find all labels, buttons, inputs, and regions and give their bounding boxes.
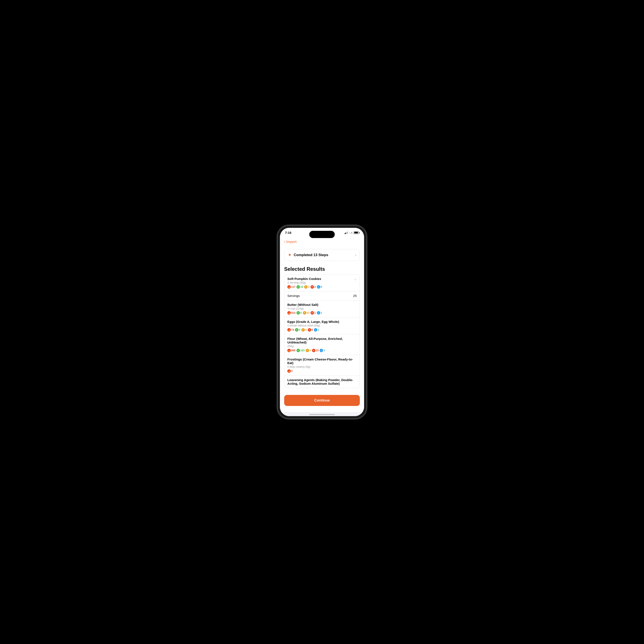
fat-icon: F [301, 328, 305, 332]
fat-icon: F [304, 285, 308, 289]
banner-left: ✦ Completed 13 Steps [288, 252, 328, 258]
result-item-butter[interactable]: Butter (Without Salt) ½ cup (114g) 🔥 814… [284, 300, 360, 317]
badge-protein: P 1 [311, 311, 316, 315]
carb-icon: C [296, 349, 300, 352]
badge-cal: 🔥 895 [287, 349, 295, 352]
status-time: 7:16 [285, 231, 291, 234]
carb-icon: C [295, 328, 298, 332]
butter-nutrition: 🔥 814 C 0 F 92 P 1 [287, 311, 357, 315]
section-title: Selected Results [280, 264, 364, 274]
badge-carb: C 0 [296, 311, 302, 315]
banner-chevron-icon: › [355, 253, 356, 257]
badge-protein: P 2 [311, 285, 316, 289]
status-icons: 𝇈 ∧ [345, 231, 359, 234]
continue-container: Continue [280, 392, 364, 412]
back-chevron-icon: ‹ [284, 240, 285, 244]
eggs-nutrition: 🔥 74 C 0 F 5 P 6 [287, 328, 357, 332]
eggs-name: Eggs (Grade A, Large, Egg Whole) [287, 320, 357, 323]
wifi-icon: 𝇈 ∧ [349, 231, 352, 234]
continue-button[interactable]: Continue [284, 395, 360, 406]
badge-fat: F 5 [301, 328, 307, 332]
result-item-leavening[interactable]: Leavening Agents (Baking Powder, Double-… [284, 376, 360, 388]
fire-icon: 🔥 [287, 369, 291, 373]
protein-icon: P [311, 285, 314, 289]
battery-fill [354, 232, 358, 233]
flour-name: Flour (Wheat, All-Purpose, Enriched, Unb… [287, 337, 357, 344]
badge-carb: C 183 [296, 349, 305, 352]
fat-icon: F [303, 311, 306, 315]
result-main-name: Soft Pumpkin Cookies [287, 277, 323, 281]
badge-cal: 🔥 74 [287, 328, 294, 332]
frostings-serving: 0 tbsp creamy (0g) [287, 365, 357, 368]
water-icon: 💧 [317, 285, 320, 289]
sparkle-icon: ✦ [288, 252, 292, 258]
result-item-flour[interactable]: Flour (Wheat, All-Purpose, Enriched, Unb… [284, 334, 360, 355]
carb-icon: C [296, 285, 300, 289]
butter-serving: ½ cup (114g) [287, 307, 357, 310]
phone-screen: 7:16 𝇈 ∧ ‹ Import [280, 228, 364, 416]
servings-value: 25 [353, 294, 357, 298]
servings-label: Servings [287, 294, 300, 298]
protein-icon: P [308, 328, 311, 332]
badge-fat: F 4 [306, 349, 311, 352]
fat-icon: F [306, 349, 309, 352]
eggs-serving: 1 whole without shell (50g) [287, 324, 357, 327]
result-main-expand-icon: ⌄ [354, 277, 357, 281]
water-icon: 💧 [317, 311, 320, 315]
fire-icon: 🔥 [287, 285, 291, 289]
badge-carb: C 0 [295, 328, 300, 332]
badge-cal: 🔥 814 [287, 311, 295, 315]
carb-icon: C [296, 311, 300, 315]
result-main-info: Soft Pumpkin Cookies 1 serving (35g) [287, 277, 323, 284]
badge-calories: 🔥 117 [287, 285, 295, 289]
badge-protein: P 6 [308, 328, 313, 332]
frostings-nutrition: 🔥 0 [287, 369, 357, 373]
battery-icon [354, 231, 359, 234]
protein-icon: P [312, 349, 315, 352]
completed-steps-banner[interactable]: ✦ Completed 13 Steps › [284, 249, 360, 261]
dynamic-island [309, 231, 335, 238]
phone-shell: 7:16 𝇈 ∧ ‹ Import [277, 225, 367, 419]
frostings-name: Frostings (Cream Cheese-Flavor, Ready-to… [287, 357, 357, 365]
fire-icon: 🔥 [287, 311, 291, 315]
flour-serving: 250g [287, 345, 357, 348]
app-content: ‹ Import ✦ Completed 13 Steps › Selected… [280, 236, 364, 416]
result-main-serving: 1 serving (35g) [287, 281, 323, 284]
home-indicator [280, 412, 364, 416]
badge-fat: F 4 [304, 285, 309, 289]
fire-icon: 🔥 [287, 349, 291, 352]
result-item-main[interactable]: Soft Pumpkin Cookies 1 serving (35g) ⌄ 🔥… [284, 274, 360, 291]
completed-steps-text: Completed 13 Steps [294, 253, 328, 257]
badge-cal: 🔥 0 [287, 369, 293, 373]
flour-nutrition: 🔥 895 C 183 F 4 P 33 [287, 349, 357, 352]
result-item-frostings[interactable]: Frostings (Cream Cheese-Flavor, Ready-to… [284, 355, 360, 376]
badge-water: 💧 1 [320, 349, 325, 352]
result-main-nutrition: 🔥 117 C 19 F 4 P 2 [287, 285, 357, 289]
water-icon: 💧 [320, 349, 323, 352]
badge-water: 💧 1 [317, 311, 322, 315]
back-label: Import [286, 240, 296, 244]
water-icon: 💧 [314, 328, 317, 332]
badge-protein: P 33 [312, 349, 319, 352]
signal-icon [345, 231, 348, 234]
leavening-name: Leavening Agents (Baking Powder, Double-… [287, 378, 357, 385]
protein-icon: P [311, 311, 314, 315]
butter-name: Butter (Without Salt) [287, 303, 357, 306]
badge-water: 💧 0 [317, 285, 322, 289]
result-item-eggs[interactable]: Eggs (Grade A, Large, Egg Whole) 1 whole… [284, 317, 360, 334]
back-button[interactable]: ‹ Import [284, 240, 296, 244]
servings-row: Servings 25 [284, 291, 360, 300]
badge-carbs: C 19 [296, 285, 303, 289]
home-bar [309, 414, 335, 415]
badge-fat: F 92 [303, 311, 309, 315]
badge-water: 💧 1 [314, 328, 319, 332]
fire-icon: 🔥 [287, 328, 291, 332]
results-card: Soft Pumpkin Cookies 1 serving (35g) ⌄ 🔥… [284, 274, 360, 388]
